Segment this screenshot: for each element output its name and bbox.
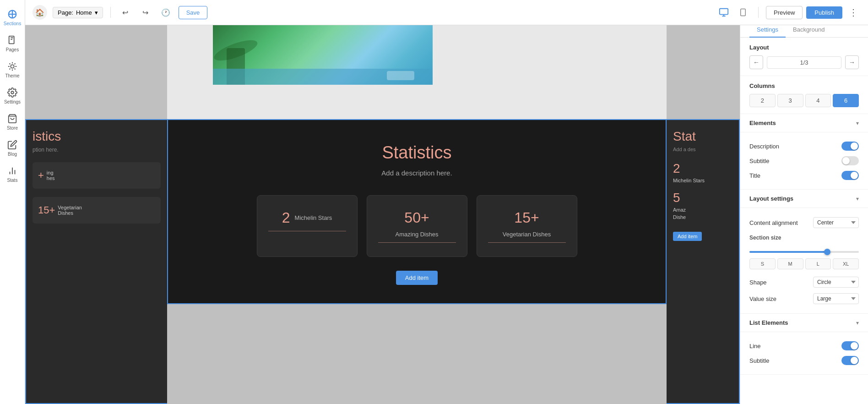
preview-button[interactable]: Preview [766,6,803,19]
hero-image [213,25,433,85]
stat-card-2[interactable]: 50+ Amazing Dishes [367,195,467,257]
content-alignment-label: Content alignment [749,219,798,226]
list-elements-header[interactable]: List Elements ▾ [740,314,868,332]
beach-items [387,71,414,80]
sidebar-settings-label: Settings [4,99,21,104]
layout-section: Layout ← 1/3 → [740,38,868,76]
sidebar-item-theme[interactable]: Theme [0,57,25,83]
layout-prev-button[interactable]: ← [749,55,763,69]
size-m-button[interactable]: M [777,258,803,269]
list-subtitle-toggle[interactable] [841,356,859,365]
stat-number-3: 15+ [514,209,539,226]
left-stat-label-2a: Vegetarian [58,205,82,210]
stat-card-1[interactable]: 2 Michelin Stars [257,195,358,257]
left-sidebar: Sections Pages Theme Settings Store [0,0,25,404]
sidebar-sections-label: Sections [4,21,21,26]
size-l-button[interactable]: L [805,258,831,269]
size-buttons: S M L XL [749,258,859,269]
content-alignment-select[interactable]: Center Left Right [813,217,859,228]
col-btn-2[interactable]: 2 [749,94,776,107]
stat-number-1: 2 [282,209,290,226]
right-stat-items: 2 Michelin Stars 5 Amaz Dishe [673,161,732,220]
list-elements-label: List Elements [749,319,788,326]
desktop-view-button[interactable] [716,5,732,20]
columns-grid: 2 3 4 6 [749,94,859,107]
sidebar-item-stats[interactable]: Stats [0,161,25,187]
stat-divider-1 [268,231,346,231]
stats-grid: 2 Michelin Stars 50+ Amazing Dishes 15+ … [195,195,638,257]
shape-select[interactable]: Circle Square None [813,277,859,288]
save-button[interactable]: Save [179,6,208,19]
layout-next-button[interactable]: → [845,55,859,69]
elements-chevron: ▾ [856,120,859,126]
layout-settings-header[interactable]: Layout settings ▾ [740,190,868,208]
sidebar-item-pages[interactable]: Pages [0,31,25,57]
sidebar-item-blog[interactable]: Blog [0,135,25,161]
undo-button[interactable]: ↩ [118,5,133,20]
hero-section[interactable] [167,25,667,119]
stat-label-3: Vegetarian Dishes [503,231,551,238]
line-toggle[interactable] [841,341,859,350]
left-overflow-desc: ption here. [33,147,161,153]
redo-button[interactable]: ↪ [138,5,153,20]
add-item-right-button[interactable]: Add item [673,232,702,241]
layout-settings-content: Content alignment Center Left Right Sect… [740,208,868,314]
sidebar-pages-label: Pages [6,47,19,52]
right-stat-label-2b: Dishe [673,214,732,220]
value-size-select[interactable]: Large Medium Small [813,293,859,304]
layout-nav: ← 1/3 → [749,55,859,69]
right-overflow-desc: Add a des [673,147,732,152]
sidebar-item-sections[interactable]: Sections [0,5,25,31]
col-btn-4[interactable]: 4 [805,94,831,107]
publish-button[interactable]: Publish [806,6,842,19]
stat-label-2: Amazing Dishes [396,231,439,238]
left-stat-label-1b: hes [47,175,55,181]
stats-title: Statistics [195,143,638,163]
right-stat-num-1: 2 [673,161,732,176]
page-dropdown-icon: ▾ [95,9,98,16]
section-size-label: Section size [749,235,859,241]
page-label: Page: [58,9,73,16]
sidebar-theme-label: Theme [5,73,19,78]
left-stat-label-2b: Dishes [58,210,82,216]
history-button[interactable]: 🕐 [158,5,173,20]
sidebar-item-settings[interactable]: Settings [0,83,25,109]
left-stat-num-1: + [38,169,44,181]
size-s-button[interactable]: S [749,258,776,269]
col-btn-3[interactable]: 3 [777,94,803,107]
stat-divider-3 [488,242,566,243]
right-panel: Statistics Settings Background Layout ← … [740,0,868,404]
page-selector[interactable]: Page: Home ▾ [53,7,103,18]
subtitle-toggle[interactable] [841,156,859,165]
title-toggle[interactable] [841,171,859,180]
statistics-section[interactable]: Statistics Add a description here. 2 Mic… [167,119,667,304]
sidebar-item-store[interactable]: Store [0,109,25,135]
topbar-right: Preview Publish ⋮ [766,5,861,20]
value-size-label: Value size [749,295,776,302]
topbar-divider-2 [758,7,759,18]
mobile-view-button[interactable] [735,5,751,20]
right-overflow-title: Stat [673,129,732,144]
right-stat-num-2: 5 [673,191,732,205]
left-stat-card-1: + ing hes [33,162,161,189]
left-stat-num-2: 15+ [38,204,55,216]
svg-rect-13 [741,9,746,16]
topbar-divider-1 [110,7,111,18]
size-xl-button[interactable]: XL [833,258,859,269]
col-btn-6[interactable]: 6 [833,94,859,107]
add-item-button[interactable]: Add item [396,271,438,285]
layout-label: Layout [749,44,859,51]
home-button[interactable]: 🏠 [33,5,47,20]
elements-section-header[interactable]: Elements ▾ [740,114,868,132]
right-overflow-section: Stat Add a des 2 Michelin Stars 5 Amaz D… [667,119,740,404]
list-subtitle-label: Subtitle [749,357,769,364]
stats-description: Add a description here. [195,169,638,177]
section-size-slider-track[interactable] [749,251,859,253]
list-elements-chevron: ▾ [856,320,859,326]
subtitle-label: Subtitle [749,158,769,164]
sidebar-blog-label: Blog [8,152,17,157]
stat-card-3[interactable]: 15+ Vegetarian Dishes [477,195,577,257]
more-options-button[interactable]: ⋮ [846,5,861,20]
canvas-background: istics ption here. + ing hes 15+ Vegetar… [25,25,740,404]
description-toggle[interactable] [841,142,859,151]
